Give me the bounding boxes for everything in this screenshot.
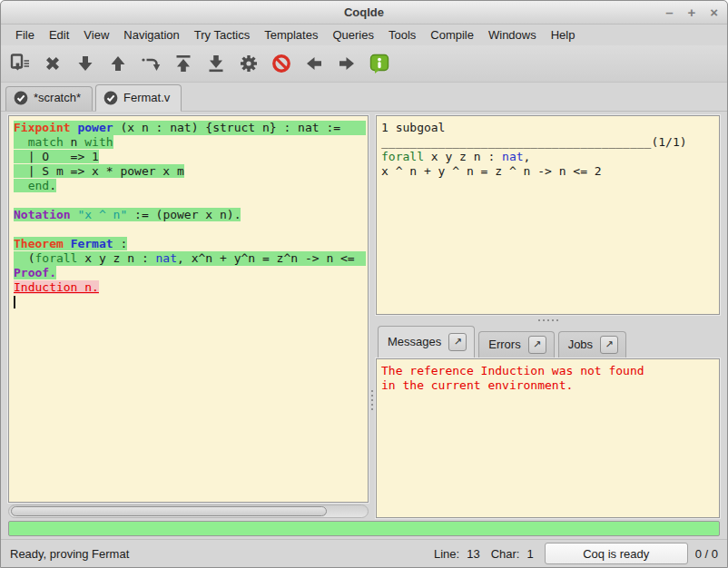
editor-tab-bar: *scratch* Fermat.v xyxy=(1,83,727,112)
tab-label: Fermat.v xyxy=(123,91,170,104)
coq-status-label: Coq is ready xyxy=(583,547,649,561)
menu-edit[interactable]: Edit xyxy=(42,26,76,44)
scrollbar-thumb[interactable] xyxy=(11,506,327,516)
window-title: CoqIde xyxy=(344,5,384,19)
about-button[interactable] xyxy=(368,52,391,75)
messages-text: The reference Induction was not foundin … xyxy=(377,359,719,393)
go-to-cursor-button[interactable] xyxy=(139,52,162,75)
code-line: forall x y z n : nat, xyxy=(381,150,530,164)
curved-arrow-icon xyxy=(140,53,162,74)
save-icon xyxy=(9,53,31,74)
detach-arrow-icon: ↗ xyxy=(533,338,541,350)
tab-label: Messages xyxy=(388,335,441,348)
close-icon xyxy=(42,53,64,74)
tab-scratch[interactable]: *scratch* xyxy=(5,86,93,111)
tab-jobs[interactable]: Jobs ↗ xyxy=(558,331,626,358)
status-bar: Ready, proving Fermat Line: 13 Char: 1 C… xyxy=(1,539,727,567)
code-line: | O => 1 xyxy=(14,150,99,164)
code-line xyxy=(14,193,15,208)
proof-column: 1 subgoal_______________________________… xyxy=(376,115,720,519)
preferences-button[interactable] xyxy=(237,52,261,75)
detach-arrow-icon: ↗ xyxy=(605,338,614,350)
code-line: in the current environment. xyxy=(381,378,573,393)
detach-button[interactable]: ↗ xyxy=(448,333,467,351)
menu-navigation[interactable]: Navigation xyxy=(116,26,186,44)
detach-button[interactable]: ↗ xyxy=(600,336,618,354)
script-editor[interactable]: Fixpoint power (x n : nat) {struct n} : … xyxy=(8,115,369,504)
code-line: Theorem Fermat : xyxy=(14,237,127,251)
maximize-button[interactable]: + xyxy=(687,1,695,24)
coq-status-button[interactable]: Coq is ready xyxy=(545,543,688,564)
next-button[interactable] xyxy=(335,52,359,75)
script-code[interactable]: Fixpoint power (x n : nat) {struct n} : … xyxy=(9,116,368,309)
detach-arrow-icon: ↗ xyxy=(454,336,462,348)
code-line: (forall x y z n : nat, x^n + y^n = z^n -… xyxy=(14,251,366,266)
status-message: Ready, proving Fermat xyxy=(10,547,434,561)
step-forward-button[interactable] xyxy=(74,52,97,75)
menu-view[interactable]: View xyxy=(76,26,116,44)
messages-panel[interactable]: The reference Induction was not foundin … xyxy=(376,358,720,519)
splitter-handle-icon xyxy=(371,390,373,410)
code-line: 1 subgoal xyxy=(381,121,445,135)
arrow-left-icon xyxy=(303,53,325,74)
goal-text: 1 subgoal_______________________________… xyxy=(377,116,719,179)
message-tab-bar: Messages ↗ Errors ↗ Jobs ↗ xyxy=(376,326,720,358)
arrow-down-bar-icon xyxy=(205,53,227,74)
main-area: Fixpoint power (x n : nat) {struct n} : … xyxy=(1,112,727,519)
toolbar xyxy=(1,45,727,83)
detach-button[interactable]: ↗ xyxy=(528,336,546,354)
code-line: Induction n. xyxy=(14,280,99,295)
tab-messages[interactable]: Messages ↗ xyxy=(378,326,475,358)
progress-bar xyxy=(8,521,720,536)
check-circle-icon xyxy=(103,91,118,105)
previous-button[interactable] xyxy=(302,52,326,75)
interrupt-button[interactable] xyxy=(270,52,293,75)
code-line: end. xyxy=(14,179,56,193)
coqide-window: CoqIde – + × File Edit View Navigation T… xyxy=(0,0,728,568)
script-column: Fixpoint power (x n : nat) {struct n} : … xyxy=(8,115,369,519)
close-buffer-button[interactable] xyxy=(41,52,64,75)
info-bubble-icon xyxy=(369,53,390,74)
goal-panel[interactable]: 1 subgoal_______________________________… xyxy=(376,115,720,315)
vertical-splitter[interactable] xyxy=(369,115,376,519)
arrow-right-icon xyxy=(336,53,358,74)
code-line: match n with xyxy=(14,135,113,150)
horizontal-splitter[interactable] xyxy=(376,315,720,326)
proof-counter: 0 / 0 xyxy=(695,547,718,561)
horizontal-scrollbar[interactable] xyxy=(8,504,369,518)
minimize-button[interactable]: – xyxy=(665,1,673,24)
text-cursor xyxy=(14,296,15,308)
tab-label: *scratch* xyxy=(34,91,81,104)
go-to-end-button[interactable] xyxy=(204,52,228,75)
menu-file[interactable]: File xyxy=(8,26,42,44)
splitter-handle-icon xyxy=(538,319,558,321)
progress-area xyxy=(1,518,727,539)
code-line: ______________________________________(1… xyxy=(381,135,687,150)
no-entry-icon xyxy=(271,53,292,74)
menu-tools[interactable]: Tools xyxy=(381,26,423,44)
tab-fermat[interactable]: Fermat.v xyxy=(95,84,182,112)
tab-label: Jobs xyxy=(568,338,593,351)
menu-help[interactable]: Help xyxy=(544,26,583,44)
arrow-down-icon xyxy=(74,53,96,74)
menu-windows[interactable]: Windows xyxy=(481,26,544,44)
code-line: Proof. xyxy=(14,266,56,280)
code-line: x ^ n + y ^ n = z ^ n -> n <= 2 xyxy=(381,164,602,179)
char-label: Char: xyxy=(491,547,520,561)
menu-queries[interactable]: Queries xyxy=(325,26,381,44)
window-controls: – + × xyxy=(665,1,718,24)
gear-icon xyxy=(238,53,260,74)
tab-errors[interactable]: Errors ↗ xyxy=(478,331,554,358)
tab-label: Errors xyxy=(488,338,520,351)
close-button[interactable]: × xyxy=(710,1,718,24)
title-bar[interactable]: CoqIde – + × xyxy=(1,1,727,24)
step-backward-button[interactable] xyxy=(106,52,130,75)
menu-templates[interactable]: Templates xyxy=(257,26,325,44)
code-line: Fixpoint power (x n : nat) {struct n} : … xyxy=(14,121,366,135)
menu-try-tactics[interactable]: Try Tactics xyxy=(187,26,257,44)
go-to-start-button[interactable] xyxy=(172,52,195,75)
status-right: Line: 13 Char: 1 Coq is ready 0 / 0 xyxy=(434,543,718,564)
code-line xyxy=(14,222,15,237)
menu-compile[interactable]: Compile xyxy=(423,26,481,44)
save-button[interactable] xyxy=(8,52,32,75)
